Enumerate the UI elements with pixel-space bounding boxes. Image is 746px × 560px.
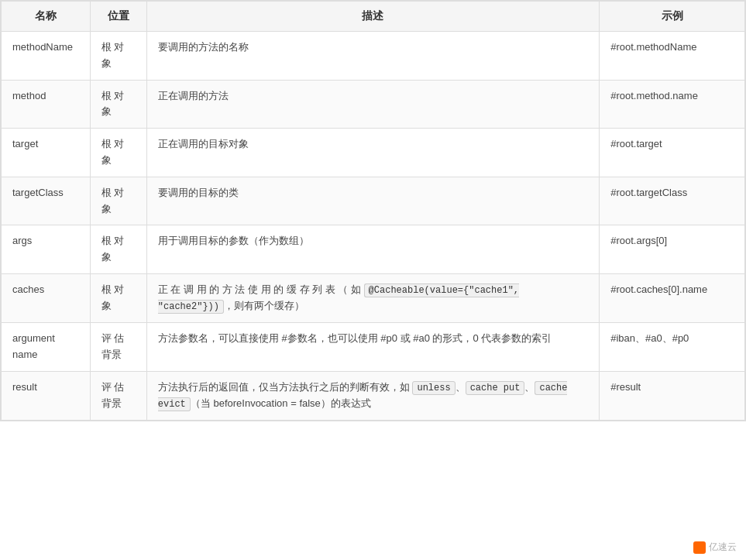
cell-example: #root.targetClass [600, 177, 745, 225]
cell-name: args [2, 225, 91, 274]
cell-description: 要调用的目标的类 [146, 177, 599, 225]
cell-description: 正在调用的方法 [146, 80, 599, 129]
inline-code: cache put [466, 381, 525, 395]
cell-position: 根 对象 [90, 80, 146, 129]
header-description: 描述 [146, 2, 599, 32]
cell-name: target [2, 129, 91, 177]
cell-description: 正在调用的目标对象 [146, 129, 599, 177]
cell-position: 根 对象 [90, 129, 146, 177]
cell-description: 方法参数名，可以直接使用 #参数名，也可以使用 #p0 或 #a0 的形式，0 … [146, 323, 599, 372]
cell-description: 方法执行后的返回值，仅当方法执行之后的判断有效，如 unless、cache p… [146, 371, 599, 420]
cell-example: #result [600, 371, 745, 420]
table-row: methodName根 对象要调用的方法的名称#root.methodName [2, 32, 745, 81]
table-row: result评 估背景方法执行后的返回值，仅当方法执行之后的判断有效，如 unl… [2, 371, 745, 420]
cell-example: #root.args[0] [600, 225, 745, 274]
table-row: targetClass根 对象要调用的目标的类#root.targetClass [2, 177, 745, 225]
inline-code: @Cacheable(value={"cache1", "cache2"})) [158, 283, 519, 314]
table-row: argumentname评 估背景方法参数名，可以直接使用 #参数名，也可以使用… [2, 323, 745, 372]
cell-name: result [2, 371, 91, 420]
cell-example: #root.method.name [600, 80, 745, 129]
cell-example: #root.target [600, 129, 745, 177]
cell-name: method [2, 80, 91, 129]
header-name: 名称 [2, 2, 91, 32]
cell-name: methodName [2, 32, 91, 81]
cell-name: caches [2, 273, 91, 322]
table-row: target根 对象正在调用的目标对象#root.target [2, 129, 745, 177]
cell-position: 根 对象 [90, 225, 146, 274]
table-row: caches根 对象正 在 调 用 的 方 法 使 用 的 缓 存 列 表 （ … [2, 273, 745, 322]
cell-description: 用于调用目标的参数（作为数组） [146, 225, 599, 274]
cell-example: #iban、#a0、#p0 [600, 323, 745, 372]
cell-position: 评 估背景 [90, 323, 146, 372]
cell-example: #root.methodName [600, 32, 745, 81]
header-example: 示例 [600, 2, 745, 32]
inline-code: unless [412, 381, 455, 395]
cell-description: 要调用的方法的名称 [146, 32, 599, 81]
table-row: args根 对象用于调用目标的参数（作为数组）#root.args[0] [2, 225, 745, 274]
cell-example: #root.caches[0].name [600, 273, 745, 322]
table-header-row: 名称 位置 描述 示例 [2, 2, 745, 32]
main-table-container: 名称 位置 描述 示例 methodName根 对象要调用的方法的名称#root… [0, 0, 746, 421]
cell-position: 根 对象 [90, 177, 146, 225]
cell-position: 评 估背景 [90, 371, 146, 420]
cell-position: 根 对象 [90, 273, 146, 322]
header-position: 位置 [90, 2, 146, 32]
cell-description: 正 在 调 用 的 方 法 使 用 的 缓 存 列 表 （ 如 @Cacheab… [146, 273, 599, 322]
cell-position: 根 对象 [90, 32, 146, 81]
cell-name: argumentname [2, 323, 91, 372]
data-table: 名称 位置 描述 示例 methodName根 对象要调用的方法的名称#root… [1, 1, 745, 421]
table-row: method根 对象正在调用的方法#root.method.name [2, 80, 745, 129]
cell-name: targetClass [2, 177, 91, 225]
